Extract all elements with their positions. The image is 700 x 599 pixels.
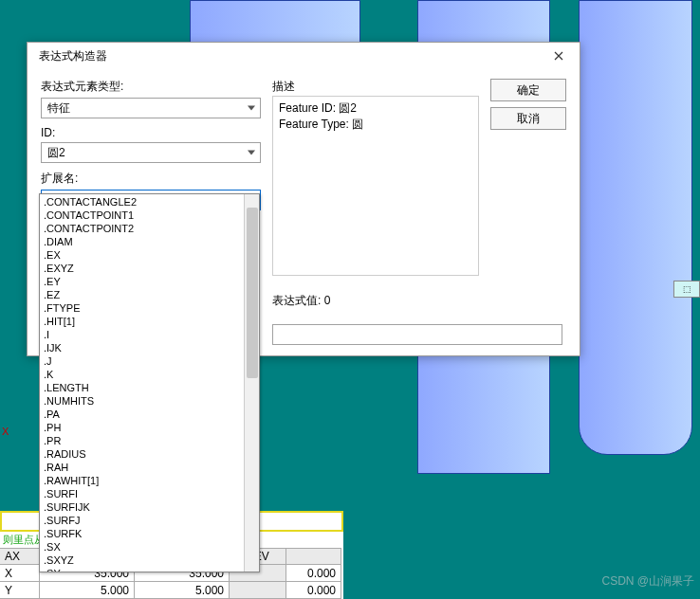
table-row: Y 5.000 5.000 0.000 <box>0 582 343 599</box>
element-type-combo[interactable]: 特征 <box>41 98 261 118</box>
dropdown-item[interactable]: .SURFK <box>40 527 244 540</box>
dropdown-item[interactable]: .SURFIJK <box>40 500 244 514</box>
dropdown-item[interactable]: .K <box>40 368 244 381</box>
feature-id-line: Feature ID: 圆2 <box>279 100 472 117</box>
axis-x-label: X <box>2 426 9 437</box>
dropdown-item[interactable]: .RAWHIT[1] <box>40 474 244 487</box>
element-type-label: 表达式元素类型: <box>41 79 261 95</box>
dropdown-item[interactable]: .CONTACTANGLE2 <box>40 195 244 209</box>
watermark: CSDN @山涧果子 <box>601 573 694 590</box>
id-label: ID: <box>41 126 261 139</box>
scrollbar-thumb[interactable] <box>247 208 258 378</box>
dropdown-scrollbar[interactable] <box>244 194 259 572</box>
dropdown-item[interactable]: .DIAM <box>40 235 244 248</box>
expression-value-row: 表达式值: 0 <box>272 293 479 309</box>
dropdown-item[interactable]: .SURFI <box>40 487 244 500</box>
dialog-title: 表达式构造器 <box>39 48 107 64</box>
dropdown-item[interactable]: .J <box>40 354 244 368</box>
dropdown-item[interactable]: .EZ <box>40 288 244 301</box>
cancel-button[interactable]: 取消 <box>490 107 566 130</box>
dialog-titlebar: 表达式构造器 <box>28 43 580 69</box>
dropdown-item[interactable]: .SXYZ <box>40 554 244 567</box>
dropdown-item[interactable]: .HIT[1] <box>40 315 244 328</box>
dropdown-item[interactable]: .RADIUS <box>40 447 244 461</box>
dropdown-item[interactable]: .RAH <box>40 461 244 474</box>
dropdown-item[interactable]: .CONTACTPOINT1 <box>40 209 244 222</box>
dropdown-item[interactable]: .NUMHITS <box>40 394 244 408</box>
dropdown-item[interactable]: .EX <box>40 248 244 262</box>
dropdown-item[interactable]: .SX <box>40 540 244 554</box>
feature-type-line: Feature Type: 圆 <box>279 117 472 133</box>
dropdown-item[interactable]: .PH <box>40 421 244 434</box>
cad-shape <box>579 0 692 455</box>
dropdown-item[interactable]: .LENGTH <box>40 381 244 394</box>
dropdown-item[interactable]: .SY <box>40 567 244 572</box>
dropdown-item[interactable]: .I <box>40 328 244 341</box>
dropdown-item[interactable]: .EY <box>40 275 244 288</box>
close-icon <box>554 51 563 61</box>
col-blank3 <box>286 548 341 565</box>
close-button[interactable] <box>543 45 574 66</box>
dropdown-item[interactable]: .IJK <box>40 341 244 354</box>
id-combo[interactable]: 圆2 <box>41 142 261 163</box>
expression-value: 0 <box>324 294 331 307</box>
dropdown-item[interactable]: .FTYPE <box>40 301 244 315</box>
datum-marker: ⬚ <box>673 281 700 298</box>
dropdown-item[interactable]: .EXYZ <box>40 262 244 275</box>
ok-button[interactable]: 确定 <box>490 79 566 101</box>
ext-name-dropdown[interactable]: .CONTACTANGLE2.CONTACTPOINT1.CONTACTPOIN… <box>39 193 260 572</box>
dropdown-item[interactable]: .CONTACTPOINT2 <box>40 222 244 235</box>
dropdown-item[interactable]: .PR <box>40 434 244 447</box>
col-ax-header: AX <box>0 548 40 565</box>
description-label: 描述 <box>272 79 479 95</box>
dropdown-item[interactable]: .PA <box>40 408 244 421</box>
dropdown-items[interactable]: .CONTACTANGLE2.CONTACTPOINT1.CONTACTPOIN… <box>40 194 244 572</box>
description-box: Feature ID: 圆2 Feature Type: 圆 <box>272 96 479 276</box>
expression-value-label: 表达式值: <box>272 294 321 307</box>
ext-name-label: 扩展名: <box>41 171 261 187</box>
dropdown-item[interactable]: .SURFJ <box>40 514 244 527</box>
